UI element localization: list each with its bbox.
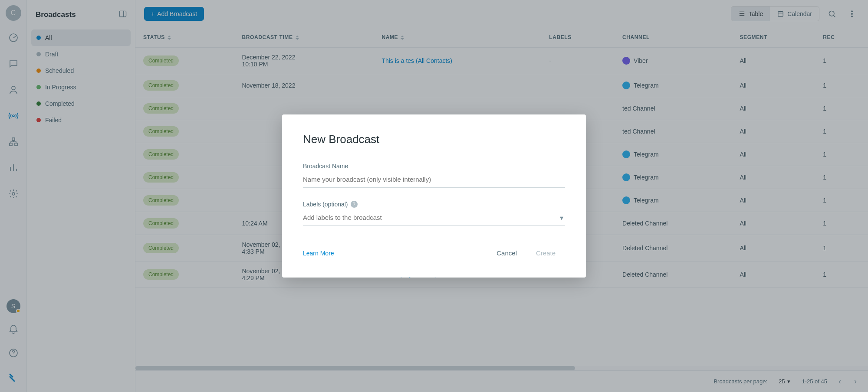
labels-label: Labels (optional)?: [303, 201, 565, 208]
new-broadcast-modal: New Broadcast Broadcast Name Labels (opt…: [282, 114, 586, 278]
cancel-button[interactable]: Cancel: [487, 245, 526, 261]
broadcast-name-input[interactable]: [303, 171, 565, 188]
modal-overlay[interactable]: New Broadcast Broadcast Name Labels (opt…: [0, 0, 868, 392]
labels-input[interactable]: [303, 209, 565, 226]
create-button[interactable]: Create: [526, 245, 565, 261]
modal-title: New Broadcast: [303, 133, 565, 146]
learn-more-link[interactable]: Learn More: [303, 250, 334, 257]
info-icon[interactable]: ?: [351, 201, 358, 208]
broadcast-name-label: Broadcast Name: [303, 163, 565, 170]
